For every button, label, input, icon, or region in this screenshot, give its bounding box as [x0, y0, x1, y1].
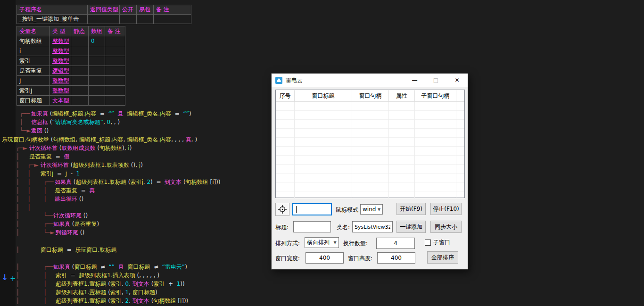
code-guide: │ [16, 297, 19, 305]
code-line[interactable]: ││超级列表框1.置标题 (索引, 1, 窗口标题) [0, 288, 644, 297]
mouse-mode-select[interactable]: wind ▼ [360, 204, 383, 215]
code-guide: │ [16, 211, 19, 220]
column-header[interactable]: 窗口标题 [295, 90, 352, 101]
grid-line [294, 102, 295, 198]
code-guide: │ [16, 161, 19, 169]
code-guide: │ [27, 186, 31, 195]
margin-arrow-icon: ↓ [1, 273, 8, 282]
text-caret [296, 206, 297, 213]
code-guide: │ [16, 178, 19, 186]
code-guide: ┌─► [16, 144, 27, 152]
code-guide: │ [20, 118, 23, 126]
code-guide: │ [16, 220, 19, 228]
code-guide: │ [43, 280, 47, 288]
code-guide: │ [27, 178, 31, 186]
listview[interactable]: 序号窗口标题窗口句柄属性子窗口句柄 [275, 90, 465, 198]
start-button[interactable]: 开始(F9) [396, 203, 426, 215]
handle-input[interactable] [292, 203, 332, 215]
titlebar: 雷电云 — □ ✕ [272, 74, 468, 87]
code-guide: ┌── [43, 178, 54, 186]
list-row[interactable] [276, 191, 464, 198]
list-row[interactable] [276, 138, 464, 147]
checkbox-label: 子窗口 [433, 239, 450, 247]
code-guide: │ [43, 297, 47, 305]
code-line[interactable]: ││超级列表框1.置标题 (索引, 2, 到文本 (句柄数组 [i])) [0, 297, 644, 305]
class-field-label: 类名: [337, 223, 350, 232]
ide-screen: 子程序名返回值类型公开易包备 注_按钮_一键添加_被单击 变量名类 型静态数组备… [0, 0, 644, 306]
grid-line [352, 102, 352, 198]
app-icon [275, 77, 282, 84]
code-guide: │ [16, 169, 19, 178]
close-icon: ✕ [454, 77, 459, 83]
code-guide: │ [16, 195, 19, 203]
list-row[interactable] [276, 182, 464, 191]
child-window-checkbox[interactable]: 子窗口 [425, 239, 450, 247]
column-header[interactable]: 序号 [276, 90, 295, 101]
grid-line [388, 102, 389, 198]
code-guide: └─► [43, 228, 55, 237]
window-title: 雷电云 [286, 76, 404, 84]
code-guide: │ [16, 263, 19, 271]
checkbox-box [425, 240, 431, 246]
column-header[interactable]: 子窗口句柄 [415, 90, 456, 101]
chevron-down-icon: ▼ [376, 207, 382, 212]
title-field-label: 标题: [275, 223, 289, 232]
wrap-count-label: 换行数量: [343, 240, 368, 248]
code-guide: │ [16, 280, 19, 288]
code-guide: │ [16, 228, 19, 237]
margin-plus-icon: + [10, 274, 16, 283]
list-row[interactable] [276, 129, 464, 138]
one-click-add-button[interactable]: 一键添加 [396, 221, 426, 233]
code-guide: │ [16, 152, 19, 161]
code-guide: │ [16, 288, 19, 297]
maximize-icon: □ [433, 77, 438, 83]
minimize-button[interactable]: — [404, 74, 425, 87]
code-guide: ┌── [43, 263, 54, 271]
listview-body[interactable] [276, 102, 464, 198]
column-header[interactable]: 窗口句柄 [352, 90, 389, 101]
sort-all-button[interactable]: 全部排序 [427, 251, 458, 264]
app-window: 雷电云 — □ ✕ 序号窗口标题窗口句柄属性子窗口句柄 [271, 73, 468, 270]
code-guide: │ [16, 271, 19, 280]
stop-button[interactable]: 停止(F10) [430, 203, 462, 215]
class-input[interactable] [352, 221, 393, 232]
code-line[interactable]: ││索引 = 超级列表框1.插入表项 (, , , , , ) [0, 271, 644, 280]
code-guide: │ [27, 169, 31, 178]
list-row[interactable] [276, 147, 464, 156]
window-width-input[interactable] [305, 252, 344, 264]
window-width-label: 窗口宽度: [275, 255, 300, 263]
mouse-mode-label: 鼠标模式 [336, 206, 358, 214]
code-guide: │ [43, 288, 47, 297]
maximize-button[interactable]: □ [425, 74, 446, 87]
pick-window-button[interactable] [275, 203, 289, 216]
window-height-label: 窗口高度: [348, 255, 372, 263]
list-row[interactable] [276, 120, 464, 129]
list-row[interactable] [276, 111, 464, 120]
code-line[interactable]: ││超级列表框1.置标题 (索引, 0, 到文本 (索引 + 1)) [0, 280, 644, 288]
grid-line [414, 102, 415, 198]
code-guide: │ [27, 195, 31, 203]
list-row[interactable] [276, 156, 464, 165]
code-guide: ┌── [43, 220, 54, 228]
list-row[interactable] [276, 102, 464, 111]
window-height-input[interactable] [377, 252, 415, 264]
code-guide: │ [43, 186, 47, 195]
sync-size-button[interactable]: 同步大小 [430, 221, 462, 233]
code-guide: │ [27, 203, 31, 212]
title-input[interactable] [293, 221, 331, 232]
arrange-mode-value: 横向排列 [307, 239, 330, 247]
column-header[interactable]: 属性 [389, 90, 415, 101]
wrap-count-input[interactable] [376, 238, 415, 249]
minimize-icon: — [412, 77, 418, 83]
code-guide: │ [16, 246, 19, 254]
mouse-mode-value: wind [363, 206, 376, 213]
code-guide: └─► [20, 126, 31, 135]
close-button[interactable]: ✕ [446, 74, 468, 87]
list-row[interactable] [276, 165, 464, 174]
listview-header: 序号窗口标题窗口句柄属性子窗口句柄 [276, 90, 464, 102]
list-row[interactable] [276, 174, 464, 182]
arrange-mode-select[interactable]: 横向排列 ▼ [305, 237, 339, 248]
code-guide: ┌─► [27, 161, 39, 169]
code-guide: │ [43, 271, 47, 280]
code-guide: │ [16, 203, 19, 212]
